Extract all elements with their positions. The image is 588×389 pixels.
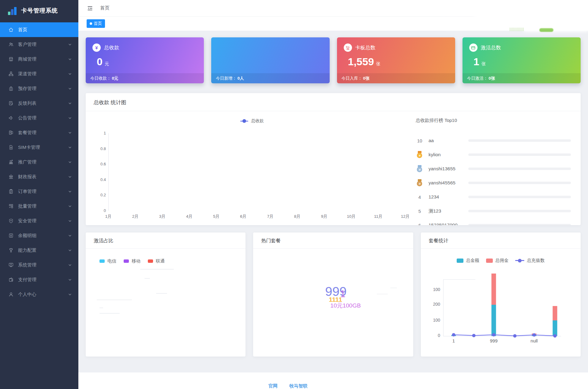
chevron-down-icon xyxy=(68,219,72,223)
ghost-artifact-green xyxy=(509,28,524,31)
y-axis xyxy=(108,133,109,211)
rank-bar xyxy=(468,210,571,212)
sidebar-item-home[interactable]: 首页 xyxy=(0,22,78,37)
revenue-panel-title: 总收款 统计图 xyxy=(86,93,581,111)
promotion-icon xyxy=(8,159,14,165)
sidebar-item-system[interactable]: 系统管理 xyxy=(0,258,78,272)
sidebar-item-deposit[interactable]: 预存管理 xyxy=(0,81,78,96)
sidebar-item-sim[interactable]: SIM卡管理 xyxy=(0,140,78,155)
users-icon xyxy=(8,42,14,47)
package-stats-title: 套餐统计 xyxy=(421,232,581,249)
sidebar-item-package[interactable]: 套餐管理 xyxy=(0,125,78,140)
y-tick: 1 xyxy=(91,131,106,135)
app-title: 卡号管理系统 xyxy=(21,7,58,15)
sidebar-item-label: 套餐管理 xyxy=(18,130,68,136)
sidebar-item-label: 反馈列表 xyxy=(18,100,68,106)
chevron-down-icon xyxy=(68,87,72,90)
ghost-line xyxy=(99,313,120,314)
y-tick: 0.4 xyxy=(91,178,106,182)
x-tick: 5月 xyxy=(203,214,230,219)
ghost-artifact-green xyxy=(539,28,553,32)
legend-item-电信[interactable]: 电信 xyxy=(99,258,116,264)
main-area: 首页 首页 ¥ 总收款 0 元 今日收款：0元 xyxy=(78,0,588,389)
svg-text:200: 200 xyxy=(433,302,440,307)
sidebar-menu: 首页客户管理商城管理渠道管理预存管理反馈列表公告管理套餐管理SIM卡管理推广管理… xyxy=(0,22,78,302)
sidebar-item-label: 订单管理 xyxy=(18,189,68,194)
x-tick: 4月 xyxy=(176,214,203,219)
card-icon xyxy=(469,43,478,52)
ghost-line xyxy=(97,300,132,300)
sim-icon xyxy=(8,145,14,150)
x-tick: 6月 xyxy=(230,214,257,219)
footer-link-brand[interactable]: 牧马智联 xyxy=(289,383,308,389)
chevron-down-icon xyxy=(68,102,72,105)
sidebar-fold-icon[interactable] xyxy=(87,5,93,12)
sidebar-item-promotion[interactable]: 推广管理 xyxy=(0,155,78,169)
sidebar-item-balance[interactable]: 余额明细 xyxy=(0,228,78,243)
footer-link-official-site[interactable]: 官网 xyxy=(268,383,278,389)
sidebar-item-label: 财政报表 xyxy=(18,174,68,180)
sidebar-item-order[interactable]: 订单管理 xyxy=(0,184,78,199)
breadcrumb[interactable]: 首页 xyxy=(100,5,110,11)
legend-item-总佣金[interactable]: 总佣金 xyxy=(486,258,509,263)
legend-swatch xyxy=(124,259,129,263)
legend-item-移动[interactable]: 移动 xyxy=(124,258,140,264)
ability-icon xyxy=(8,247,14,253)
package-chart-legend: 总金额总佣金总充值数 xyxy=(421,258,581,263)
sidebar-item-finance[interactable]: 财政报表 xyxy=(0,169,78,184)
sidebar-item-label: 渠道管理 xyxy=(18,71,68,77)
sidebar-item-label: 支付管理 xyxy=(18,277,68,283)
stat-card-value: 1,559 xyxy=(348,56,374,68)
ranking-row: ★kylion xyxy=(416,148,575,162)
stat-card-value: 0 xyxy=(97,56,103,68)
rank-bar xyxy=(468,182,571,184)
x-tick: 3月 xyxy=(149,214,176,219)
x-tick-labels: 1月2月3月4月5月6月7月8月9月10月11月12月 xyxy=(95,214,419,219)
legend-item-总充值数[interactable]: 总充值数 xyxy=(515,258,545,263)
sidebar-item-security[interactable]: 安全管理 xyxy=(0,213,78,228)
tag-home[interactable]: 首页 xyxy=(87,19,105,28)
payment-icon xyxy=(8,277,14,282)
stat-card-title: 总收款 xyxy=(104,44,119,51)
package-stats-panel: 套餐统计 总金额总佣金总充值数 10020010001999null xyxy=(421,232,581,357)
chevron-down-icon xyxy=(68,234,72,237)
stat-card-footer: 今日收款：0元 xyxy=(86,73,204,83)
stat-card-revenue: ¥ 总收款 0 元 今日收款：0元 xyxy=(86,37,204,83)
legend-item-总金额[interactable]: 总金额 xyxy=(457,258,479,263)
legend-swatch xyxy=(148,259,153,263)
chevron-down-icon xyxy=(68,175,72,179)
sidebar-item-label: 个人中心 xyxy=(18,292,68,297)
legend-item-revenue[interactable]: 总收款 xyxy=(240,118,264,124)
sidebar-item-announcement[interactable]: 公告管理 xyxy=(0,111,78,125)
stat-card-unit: 元 xyxy=(105,61,109,67)
ranking-row: 615235017000 xyxy=(416,218,575,225)
yen-icon: ¥ xyxy=(92,43,101,52)
sidebar-item-shop[interactable]: 商城管理 xyxy=(0,52,78,66)
legend-item-联通[interactable]: 联通 xyxy=(148,258,165,264)
svg-text:0: 0 xyxy=(438,333,440,338)
x-tick: 2月 xyxy=(122,214,149,219)
stat-card-total-cards: 卡板总数 1,559 张 今日入库：0张 xyxy=(337,37,455,83)
sidebar-item-batch[interactable]: 批量管理 xyxy=(0,199,78,213)
ranking-row: 5测123 xyxy=(416,204,575,218)
stat-card-unit: 张 xyxy=(376,61,380,67)
rank-bar xyxy=(468,196,571,198)
sidebar-item-payment[interactable]: 支付管理 xyxy=(0,272,78,287)
sidebar-item-ability[interactable]: 能力配置 xyxy=(0,243,78,258)
chevron-down-icon xyxy=(68,205,72,208)
sidebar-item-label: SIM卡管理 xyxy=(18,145,68,150)
y-tick: 0.8 xyxy=(91,147,106,151)
rank-name: yanshi45565 xyxy=(429,180,468,186)
sidebar-item-feedback[interactable]: 反馈列表 xyxy=(0,96,78,111)
sidebar-item-users[interactable]: 客户管理 xyxy=(0,37,78,52)
x-tick: 10月 xyxy=(338,214,365,219)
stat-card-activated: 激活总数 1 张 今日激活：0张 xyxy=(463,37,581,83)
package-stats-chart: 10020010001999null xyxy=(421,232,581,357)
package-icon xyxy=(8,130,14,135)
sidebar-item-label: 客户管理 xyxy=(18,42,68,47)
sidebar-item-label: 批量管理 xyxy=(18,203,68,209)
sidebar-item-profile[interactable]: 个人中心 xyxy=(0,287,78,302)
hot-packages-panel: 热门套餐 9991111110元100GB xyxy=(253,232,413,357)
x-tick: 7月 xyxy=(257,214,284,219)
sidebar-item-sitemap[interactable]: 渠道管理 xyxy=(0,66,78,81)
